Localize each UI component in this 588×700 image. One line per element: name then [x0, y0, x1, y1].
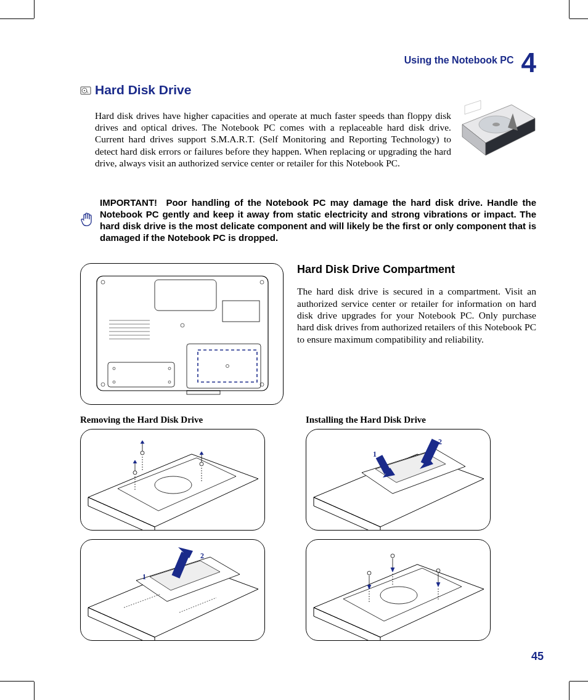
crop-mark	[34, 682, 35, 700]
svg-text:1: 1	[373, 450, 377, 458]
installing-column: Installing the Hard Disk Drive 2 1	[306, 415, 515, 649]
svg-point-30	[141, 451, 144, 455]
svg-rect-28	[187, 391, 220, 394]
crop-mark	[0, 18, 34, 19]
chapter-header: Using the Notebook PC 4	[80, 49, 536, 76]
installing-caption: Installing the Hard Disk Drive	[306, 415, 515, 425]
svg-line-40	[179, 598, 216, 612]
svg-point-10	[168, 367, 171, 370]
svg-text:2: 2	[438, 437, 442, 446]
svg-point-18	[101, 383, 105, 386]
compartment-heading: Hard Disk Drive Compartment	[297, 263, 536, 276]
svg-point-49	[367, 571, 371, 575]
removing-step-1-diagram	[80, 429, 265, 531]
removing-column: Removing the Hard Disk Drive	[80, 415, 290, 649]
crop-mark	[569, 682, 570, 700]
svg-text:1: 1	[142, 572, 146, 581]
removing-step-2-diagram: 1 2	[80, 539, 265, 641]
svg-point-17	[260, 280, 264, 284]
svg-point-12	[168, 381, 171, 383]
crop-mark	[570, 18, 588, 19]
chapter-title: Using the Notebook PC	[404, 55, 514, 65]
svg-point-16	[101, 280, 105, 284]
removing-caption: Removing the Hard Disk Drive	[80, 415, 290, 425]
hdd-photo	[456, 100, 536, 161]
hdd-body-text: Hard disk drives have higher capacities …	[95, 110, 451, 169]
svg-point-20	[181, 324, 184, 327]
compartment-body: The hard disk drive is secured in a comp…	[297, 285, 536, 345]
svg-text:2: 2	[200, 551, 204, 560]
svg-rect-5	[465, 100, 481, 114]
svg-rect-27	[223, 301, 259, 322]
svg-point-15	[226, 364, 229, 367]
crop-mark	[570, 681, 588, 682]
svg-rect-7	[155, 280, 216, 311]
crop-mark	[34, 0, 35, 18]
notebook-bottom-diagram	[80, 263, 284, 405]
svg-line-39	[124, 594, 161, 608]
svg-point-4	[492, 123, 500, 126]
installing-step-1-diagram: 2 1	[306, 429, 491, 531]
procedures: Removing the Hard Disk Drive	[80, 415, 536, 649]
svg-point-45	[380, 587, 417, 604]
svg-point-2	[84, 90, 85, 91]
page-number: 45	[531, 650, 544, 663]
svg-point-29	[155, 476, 192, 494]
crop-mark	[569, 0, 570, 18]
svg-point-9	[113, 367, 115, 370]
important-text: IMPORTANT! Poor handling of the Notebook…	[100, 197, 536, 244]
compartment-section: Hard Disk Drive Compartment The hard dis…	[80, 263, 536, 405]
important-label: IMPORTANT!	[100, 197, 157, 208]
hdd-section: Hard Disk Drive Hard disk drives have hi…	[80, 83, 536, 179]
important-callout: IMPORTANT! Poor handling of the Notebook…	[80, 187, 536, 253]
important-body: Poor handling of the Notebook PC may dam…	[100, 197, 536, 243]
chapter-number: 4	[521, 49, 536, 76]
hand-stop-icon	[80, 187, 95, 253]
svg-point-46	[391, 554, 394, 558]
svg-rect-14	[198, 350, 257, 382]
svg-rect-6	[97, 276, 268, 391]
installing-step-2-diagram	[306, 539, 491, 641]
svg-point-36	[200, 462, 203, 466]
svg-rect-8	[108, 362, 174, 387]
hdd-heading: Hard Disk Drive	[95, 83, 536, 97]
page-content: Using the Notebook PC 4 Hard Disk Drive …	[80, 49, 536, 649]
hdd-icon	[80, 85, 91, 96]
crop-mark	[0, 681, 34, 682]
svg-point-11	[113, 381, 115, 383]
svg-point-33	[133, 471, 137, 474]
